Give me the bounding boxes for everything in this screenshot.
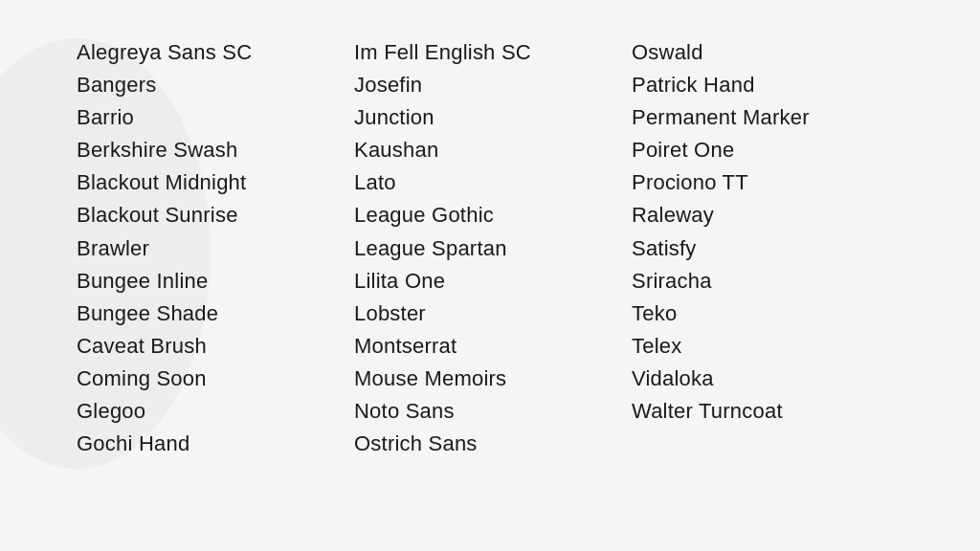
font-list-item[interactable]: Glegoo <box>77 395 354 428</box>
font-list-item[interactable]: Montserrat <box>354 330 632 363</box>
font-list-item[interactable]: Teko <box>632 298 909 330</box>
font-list-item[interactable]: Bangers <box>77 69 354 101</box>
font-list-item[interactable]: Poiret One <box>632 134 909 166</box>
font-list-item[interactable]: Raleway <box>632 199 909 231</box>
font-list-item[interactable]: Lato <box>354 166 632 199</box>
font-list-item[interactable]: Satisfy <box>632 232 909 265</box>
font-list-item[interactable]: Blackout Sunrise <box>77 199 354 231</box>
font-list-item[interactable]: Im Fell English SC <box>354 36 632 69</box>
font-list-item[interactable]: Brawler <box>77 232 354 265</box>
font-list-item[interactable]: Noto Sans <box>354 395 632 428</box>
font-list-item[interactable]: Alegreya Sans SC <box>77 36 354 69</box>
font-list-item[interactable]: Coming Soon <box>77 363 354 395</box>
font-list-item[interactable]: Permanent Marker <box>632 101 909 134</box>
font-list-item[interactable]: Berkshire Swash <box>77 134 354 166</box>
font-list-item[interactable]: League Spartan <box>354 232 632 265</box>
font-list-item[interactable]: Junction <box>354 101 632 134</box>
font-column-2: Im Fell English SCJosefinJunctionKaushan… <box>354 36 632 460</box>
font-column-1: Alegreya Sans SCBangersBarrioBerkshire S… <box>77 36 354 460</box>
font-list-item[interactable]: Lobster <box>354 298 632 330</box>
font-list-item[interactable]: Mouse Memoirs <box>354 363 632 395</box>
font-column-3: OswaldPatrick HandPermanent MarkerPoiret… <box>632 36 909 460</box>
font-list-item[interactable]: Telex <box>632 330 909 363</box>
font-list-item[interactable]: Josefin <box>354 69 632 101</box>
font-list-item[interactable]: Barrio <box>77 101 354 134</box>
font-list-item[interactable]: Prociono TT <box>632 166 909 199</box>
font-list-item[interactable]: Bungee Inline <box>77 265 354 298</box>
font-list-item[interactable]: Bungee Shade <box>77 298 354 330</box>
font-list-item[interactable]: Ostrich Sans <box>354 428 632 460</box>
font-list-item[interactable]: Vidaloka <box>632 363 909 395</box>
font-list-item[interactable]: Kaushan <box>354 134 632 166</box>
font-list-item[interactable]: Gochi Hand <box>77 428 354 460</box>
font-list-container: Alegreya Sans SCBangersBarrioBerkshire S… <box>0 0 980 489</box>
font-list-item[interactable]: Patrick Hand <box>632 69 909 101</box>
font-list-item[interactable]: Walter Turncoat <box>632 395 909 428</box>
font-list-item[interactable]: Sriracha <box>632 265 909 298</box>
font-list-item[interactable]: Caveat Brush <box>77 330 354 363</box>
font-list-item[interactable]: Blackout Midnight <box>77 166 354 199</box>
font-list-item[interactable]: Lilita One <box>354 265 632 298</box>
font-list-item[interactable]: League Gothic <box>354 199 632 231</box>
font-list-item[interactable]: Oswald <box>632 36 909 69</box>
